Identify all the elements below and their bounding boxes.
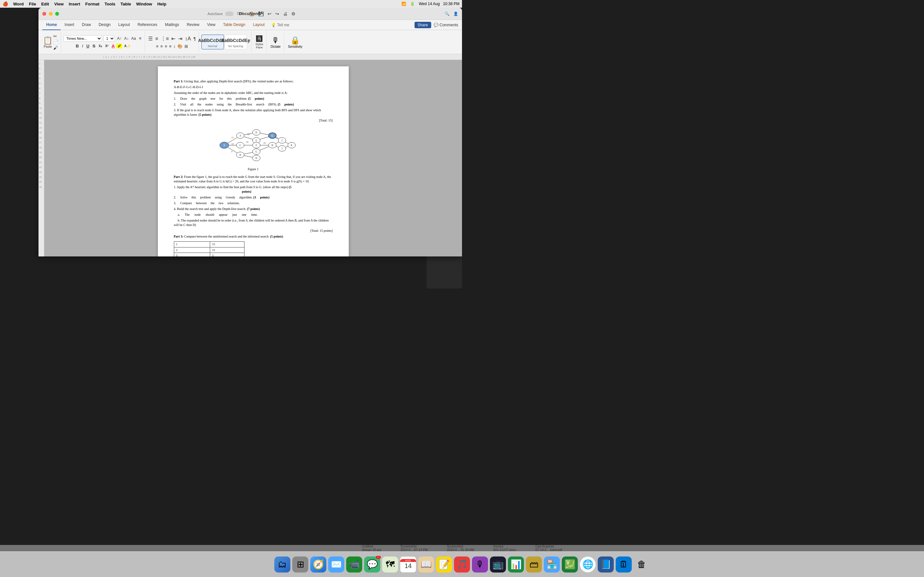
comments-button[interactable]: 💬 Comments bbox=[434, 23, 458, 27]
decrease-indent-button[interactable]: ⇤ bbox=[171, 35, 176, 42]
customize-icon[interactable]: ⚙ bbox=[291, 11, 296, 17]
svg-text:I: I bbox=[282, 139, 283, 142]
part2-q3: 3. Compare between the two solutions. bbox=[174, 201, 333, 205]
align-left-button[interactable]: ≡ bbox=[155, 44, 159, 49]
tab-home[interactable]: Home bbox=[42, 20, 61, 30]
word-window: AutoSave OFF 🏠 💾 ↩ ↪ 🖨 ⚙ Document2 🔍 👤 H… bbox=[39, 8, 462, 256]
superscript-button[interactable]: X² bbox=[104, 44, 110, 48]
menu-datetime: Wed 14 Aug 10:38 PM bbox=[419, 2, 459, 6]
change-case-icon[interactable]: Aa bbox=[130, 35, 137, 42]
tab-draw[interactable]: Draw bbox=[78, 20, 95, 30]
tab-table-design[interactable]: Table Design bbox=[219, 20, 249, 30]
paste-button[interactable]: 📋 Paste bbox=[43, 36, 53, 48]
strikethrough-button[interactable]: S bbox=[91, 43, 97, 49]
print-icon[interactable]: 🖨 bbox=[282, 11, 288, 17]
styles-pane-button[interactable]: 🅰 StylesPane bbox=[254, 34, 265, 50]
graph-figure: 15 10 8 20 30 20 15 S A bbox=[208, 126, 298, 164]
font-name-select[interactable]: Times New... bbox=[63, 35, 102, 42]
list-row: ☰ ≡ ⋮≡ ⇤ ⇥ ↕A ¶ bbox=[148, 35, 197, 42]
tab-insert[interactable]: Insert bbox=[61, 20, 78, 30]
styles-pane-label: StylesPane bbox=[255, 43, 263, 49]
table-cell: 2 bbox=[174, 247, 210, 253]
menubar-edit[interactable]: Edit bbox=[41, 2, 49, 6]
bold-button[interactable]: B bbox=[74, 43, 80, 49]
font-color-button[interactable]: A bbox=[110, 43, 116, 49]
style-normal-label: Normal bbox=[208, 45, 217, 48]
font-size-buttons: A↑ A↓ Aa ✕ bbox=[116, 35, 143, 42]
borders-button[interactable]: ⊞ bbox=[184, 44, 189, 49]
sort-button[interactable]: ↕A bbox=[184, 35, 192, 42]
italic-button[interactable]: I bbox=[81, 43, 85, 49]
apple-menu[interactable]: 🍎 bbox=[3, 1, 8, 6]
part3-intro: Part 3: Compare between the uninformed s… bbox=[174, 234, 333, 239]
menubar-insert[interactable]: Insert bbox=[69, 2, 80, 6]
menubar-view[interactable]: View bbox=[54, 2, 63, 6]
share-button[interactable]: Share bbox=[415, 22, 431, 28]
maximize-button[interactable] bbox=[55, 12, 59, 16]
tab-table-layout[interactable]: Layout bbox=[249, 20, 268, 30]
style-no-spacing-preview: AaBbCcDdEe bbox=[221, 36, 250, 45]
redo-icon[interactable]: ↪ bbox=[275, 11, 280, 17]
menubar-help[interactable]: Help bbox=[157, 2, 166, 6]
paste-sub: ✂ 📄 🖌 bbox=[53, 34, 59, 50]
justify-button[interactable]: ≡ bbox=[168, 44, 172, 49]
styles-scroll-arrow[interactable]: › bbox=[248, 39, 249, 45]
tab-design[interactable]: Design bbox=[95, 20, 114, 30]
scores-table: 1 15 2 15 3 5 bbox=[174, 242, 244, 256]
paragraph-marks-button[interactable]: ¶ bbox=[193, 35, 197, 42]
search-icon-title[interactable]: 🔍 bbox=[445, 11, 449, 16]
increase-font-icon[interactable]: A↑ bbox=[116, 35, 123, 42]
text-effects-button[interactable]: A✨ bbox=[123, 44, 132, 48]
tab-view[interactable]: View bbox=[204, 20, 220, 30]
multilevel-list-button[interactable]: ⋮≡ bbox=[160, 35, 170, 42]
clear-format-icon[interactable]: ✕ bbox=[137, 35, 143, 42]
shading-button[interactable]: 🎨 bbox=[177, 44, 183, 49]
part1-nodes: A-B-E-F-G-C-H-D-I-J bbox=[174, 85, 333, 89]
ribbon-right: Share 💬 Comments bbox=[415, 22, 458, 28]
align-center-button[interactable]: ≡ bbox=[160, 44, 164, 49]
autosave-toggle[interactable] bbox=[225, 11, 234, 16]
cut-icon[interactable]: ✂ bbox=[53, 34, 59, 39]
title-bar: AutoSave OFF 🏠 💾 ↩ ↪ 🖨 ⚙ Document2 🔍 👤 bbox=[39, 8, 462, 20]
style-normal[interactable]: AaBbCcDdEe Normal bbox=[202, 35, 224, 49]
tab-layout[interactable]: Layout bbox=[115, 20, 134, 30]
page[interactable]: Part 1: Giving that, after applying Dept… bbox=[158, 66, 349, 256]
close-button[interactable] bbox=[42, 12, 46, 16]
tell-me[interactable]: 💡 Tell me bbox=[271, 23, 289, 27]
subscript-button[interactable]: X₂ bbox=[97, 44, 103, 48]
menubar-format[interactable]: Format bbox=[86, 2, 99, 6]
account-icon[interactable]: 👤 bbox=[453, 11, 458, 16]
menubar-file[interactable]: File bbox=[29, 2, 36, 6]
dictate-button[interactable]: 🎙 Dictate bbox=[269, 35, 282, 50]
svg-text:H: H bbox=[255, 157, 257, 160]
tab-references[interactable]: References bbox=[134, 20, 161, 30]
undo-icon[interactable]: ↩ bbox=[267, 11, 272, 17]
increase-indent-button[interactable]: ⇥ bbox=[178, 35, 183, 42]
table-row: 3 5 bbox=[174, 253, 244, 256]
bullets-button[interactable]: ☰ bbox=[148, 35, 153, 42]
menu-wifi-icon: 📶 bbox=[401, 2, 406, 6]
font-size-select[interactable]: 10 bbox=[103, 35, 115, 42]
paste-controls: 📋 Paste ✂ 📄 🖌 bbox=[43, 34, 59, 50]
format-painter-icon[interactable]: 🖌 bbox=[53, 45, 59, 50]
copy-icon[interactable]: 📄 bbox=[53, 39, 59, 45]
part2-q4b: b. The expanded nodes should be in order… bbox=[174, 218, 333, 227]
menubar-tools[interactable]: Tools bbox=[105, 2, 115, 6]
sensitivity-button[interactable]: 🔒 Sensitivity bbox=[287, 35, 304, 50]
tab-mailings[interactable]: Mailings bbox=[161, 20, 183, 30]
highlight-button[interactable]: 🖊 bbox=[116, 44, 122, 48]
line-spacing-button[interactable]: ↕ bbox=[173, 44, 176, 49]
decrease-font-icon[interactable]: A↓ bbox=[123, 35, 129, 42]
table-cell: 5 bbox=[210, 253, 244, 256]
menubar-word[interactable]: Word bbox=[13, 2, 24, 6]
menubar-window[interactable]: Window bbox=[136, 2, 152, 6]
tab-review[interactable]: Review bbox=[183, 20, 203, 30]
menubar-table[interactable]: Table bbox=[121, 2, 131, 6]
minimize-button[interactable] bbox=[49, 12, 53, 16]
underline-button[interactable]: U bbox=[85, 43, 90, 49]
style-no-spacing[interactable]: AaBbCcDdEe No Spacing bbox=[225, 35, 247, 49]
align-right-button[interactable]: ≡ bbox=[164, 44, 168, 49]
part1-total: [Total: 15] bbox=[174, 118, 333, 123]
svg-text:30: 30 bbox=[246, 141, 249, 143]
numbering-button[interactable]: ≡ bbox=[155, 35, 159, 42]
